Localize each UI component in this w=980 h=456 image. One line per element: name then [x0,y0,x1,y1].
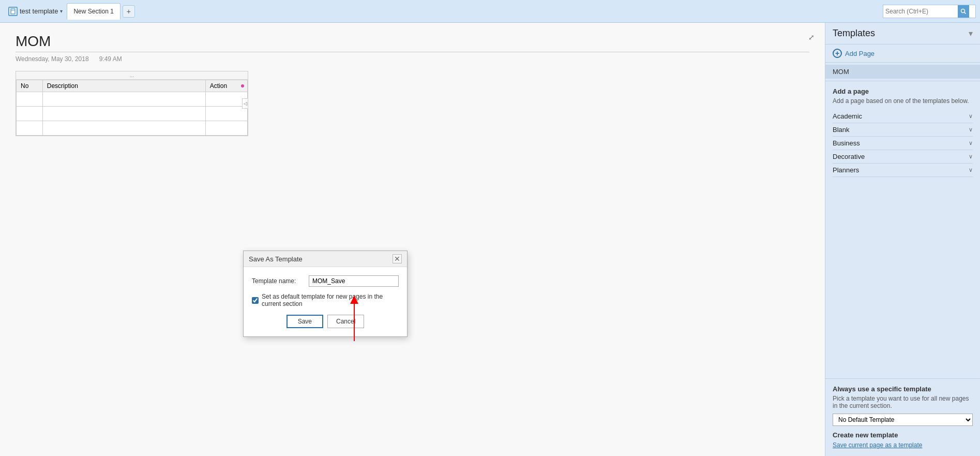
svg-line-3 [964,12,966,13]
action-pink-dot [241,84,244,87]
cell[interactable] [17,121,43,136]
save-current-page-as-template-link[interactable]: Save current page as a template [833,442,922,449]
table-expand-handle[interactable]: ◁ [242,98,248,109]
search-button[interactable] [958,5,969,18]
templates-section: Add a page Add a page based on one of th… [825,81,980,233]
notebook-label[interactable]: test template ▾ [4,3,67,20]
template-name-row: Template name: [252,275,399,287]
svg-rect-0 [11,9,15,14]
page-list: MOM [825,63,980,81]
chevron-icon-planners: ∨ [969,167,973,173]
table-row [17,107,248,121]
dialog-buttons: Save Cancel [252,315,399,328]
dialog-title: Save As Template [249,255,303,263]
cell[interactable] [205,121,247,136]
always-use-section: Always use a specific template Pick a te… [825,378,980,426]
expand-page-icon[interactable]: ⤢ [808,33,815,41]
add-page-subtitle: Add a page based on one of the templates… [833,97,973,105]
mom-table-container: ... ◁ No Description Action [16,71,248,136]
category-academic[interactable]: Academic ∨ [833,110,973,123]
notebook-icon [8,7,18,16]
category-planners[interactable]: Planners ∨ [833,164,973,177]
always-use-title: Always use a specific template [833,385,973,393]
default-template-checkbox[interactable] [252,297,259,304]
search-input[interactable] [885,8,958,15]
col-action: Action [205,80,247,92]
category-label-blank: Blank [833,126,850,134]
template-select[interactable]: No Default Template [833,414,973,426]
col-no: No [17,80,43,92]
page-title: MOM [16,33,809,50]
chevron-icon-academic: ∨ [969,113,973,120]
cell[interactable] [42,92,205,107]
always-use-desc: Pick a template you want to use for all … [833,395,973,409]
template-name-input[interactable] [309,275,399,287]
cell[interactable] [42,121,205,136]
content-area: ⤢ MOM Wednesday, May 30, 2018 9:49 AM ..… [0,23,825,456]
dialog-titlebar: Save As Template ✕ [244,251,407,267]
cell[interactable] [17,107,43,121]
page-meta: Wednesday, May 30, 2018 9:49 AM [16,55,809,63]
category-business[interactable]: Business ∨ [833,137,973,150]
page-list-item[interactable]: MOM [825,65,980,79]
category-blank[interactable]: Blank ∨ [833,123,973,137]
cell[interactable] [205,92,247,107]
checkbox-row: Set as default template for new pages in… [252,293,399,307]
category-label-business: Business [833,139,860,147]
add-page-section-title: Add a page [833,87,973,95]
tab-label: New Section 1 [73,8,113,15]
category-decorative[interactable]: Decorative ∨ [833,150,973,164]
category-label-planners: Planners [833,166,859,174]
right-panel-close-button[interactable]: ▾ [969,28,973,38]
create-template-title: Create new template [833,431,973,439]
page-time: 9:49 AM [99,55,122,63]
table-row [17,92,248,107]
notebook-dropdown-icon[interactable]: ▾ [60,8,63,14]
search-box [883,5,976,18]
add-tab-button[interactable]: + [123,5,135,18]
svg-point-2 [961,9,965,12]
col-description: Description [42,80,205,92]
cell[interactable] [42,107,205,121]
category-label-academic: Academic [833,112,862,120]
notebook-name: test template [20,7,58,15]
table-drag-handle[interactable]: ... [16,71,248,80]
template-name-label: Template name: [252,277,309,285]
chevron-icon-business: ∨ [969,140,973,146]
right-panel-title: Templates [833,28,875,39]
category-label-decorative: Decorative [833,153,865,160]
right-panel-header: Templates ▾ [825,23,980,45]
cancel-button[interactable]: Cancel [327,315,364,328]
chevron-icon-blank: ∨ [969,126,973,133]
page-date: Wednesday, May 30, 2018 [16,55,89,63]
active-tab[interactable]: New Section 1 [67,3,120,20]
main-layout: ⤢ MOM Wednesday, May 30, 2018 9:49 AM ..… [0,23,980,456]
add-page-label: Add Page [845,50,875,57]
right-panel: Templates ▾ + Add Page MOM Add a page Ad… [825,23,980,456]
mom-table: No Description Action [16,80,248,136]
table-row [17,121,248,136]
add-page-icon: + [833,49,842,58]
dialog-body: Template name: Set as default template f… [244,267,407,336]
chevron-icon-decorative: ∨ [969,153,973,160]
create-template-section: Create new template Save current page as… [825,426,980,456]
cell[interactable] [17,92,43,107]
add-page-button[interactable]: + Add Page [825,45,980,63]
cell[interactable] [205,107,247,121]
save-as-template-dialog: Save As Template ✕ Template name: Set as… [243,251,408,337]
dialog-close-button[interactable]: ✕ [393,254,402,263]
checkbox-label: Set as default template for new pages in… [262,293,399,307]
top-bar: test template ▾ New Section 1 + [0,0,980,23]
save-button[interactable]: Save [287,315,323,328]
